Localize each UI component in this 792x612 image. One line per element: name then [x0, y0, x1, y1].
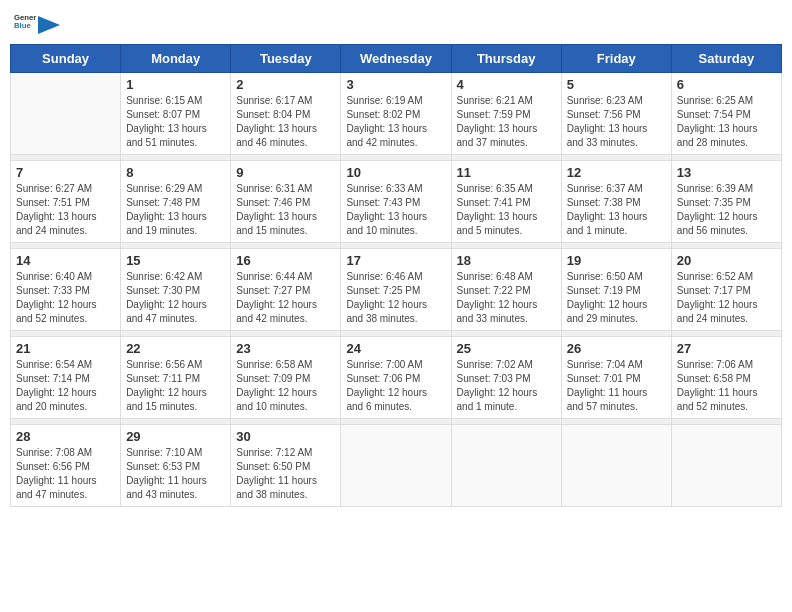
day-number: 13: [677, 165, 776, 180]
calendar-cell: 5Sunrise: 6:23 AMSunset: 7:56 PMDaylight…: [561, 73, 671, 155]
calendar-cell: 15Sunrise: 6:42 AMSunset: 7:30 PMDayligh…: [121, 249, 231, 331]
day-info: Sunrise: 7:06 AMSunset: 6:58 PMDaylight:…: [677, 358, 776, 414]
day-number: 26: [567, 341, 666, 356]
day-info: Sunrise: 6:23 AMSunset: 7:56 PMDaylight:…: [567, 94, 666, 150]
calendar-week-row: 21Sunrise: 6:54 AMSunset: 7:14 PMDayligh…: [11, 337, 782, 419]
day-info: Sunrise: 6:44 AMSunset: 7:27 PMDaylight:…: [236, 270, 335, 326]
day-info: Sunrise: 6:21 AMSunset: 7:59 PMDaylight:…: [457, 94, 556, 150]
day-number: 12: [567, 165, 666, 180]
day-number: 4: [457, 77, 556, 92]
header-wednesday: Wednesday: [341, 45, 451, 73]
calendar-cell: 1Sunrise: 6:15 AMSunset: 8:07 PMDaylight…: [121, 73, 231, 155]
day-number: 2: [236, 77, 335, 92]
day-number: 18: [457, 253, 556, 268]
calendar-cell: 4Sunrise: 6:21 AMSunset: 7:59 PMDaylight…: [451, 73, 561, 155]
day-info: Sunrise: 6:54 AMSunset: 7:14 PMDaylight:…: [16, 358, 115, 414]
day-info: Sunrise: 6:17 AMSunset: 8:04 PMDaylight:…: [236, 94, 335, 150]
day-info: Sunrise: 6:29 AMSunset: 7:48 PMDaylight:…: [126, 182, 225, 238]
calendar-header-row: SundayMondayTuesdayWednesdayThursdayFrid…: [11, 45, 782, 73]
calendar-cell: 2Sunrise: 6:17 AMSunset: 8:04 PMDaylight…: [231, 73, 341, 155]
calendar-cell: 25Sunrise: 7:02 AMSunset: 7:03 PMDayligh…: [451, 337, 561, 419]
calendar-cell: 28Sunrise: 7:08 AMSunset: 6:56 PMDayligh…: [11, 425, 121, 507]
calendar-cell: 14Sunrise: 6:40 AMSunset: 7:33 PMDayligh…: [11, 249, 121, 331]
day-number: 5: [567, 77, 666, 92]
day-info: Sunrise: 7:04 AMSunset: 7:01 PMDaylight:…: [567, 358, 666, 414]
calendar-cell: 8Sunrise: 6:29 AMSunset: 7:48 PMDaylight…: [121, 161, 231, 243]
day-number: 27: [677, 341, 776, 356]
calendar-cell: 24Sunrise: 7:00 AMSunset: 7:06 PMDayligh…: [341, 337, 451, 419]
day-info: Sunrise: 7:08 AMSunset: 6:56 PMDaylight:…: [16, 446, 115, 502]
day-number: 14: [16, 253, 115, 268]
calendar-cell: [341, 425, 451, 507]
day-number: 19: [567, 253, 666, 268]
calendar-week-row: 14Sunrise: 6:40 AMSunset: 7:33 PMDayligh…: [11, 249, 782, 331]
calendar-table: SundayMondayTuesdayWednesdayThursdayFrid…: [10, 44, 782, 507]
calendar-cell: 27Sunrise: 7:06 AMSunset: 6:58 PMDayligh…: [671, 337, 781, 419]
day-number: 10: [346, 165, 445, 180]
logo-icon: General Blue: [14, 10, 36, 32]
day-info: Sunrise: 6:42 AMSunset: 7:30 PMDaylight:…: [126, 270, 225, 326]
calendar-cell: 19Sunrise: 6:50 AMSunset: 7:19 PMDayligh…: [561, 249, 671, 331]
day-number: 8: [126, 165, 225, 180]
day-number: 29: [126, 429, 225, 444]
day-number: 11: [457, 165, 556, 180]
day-info: Sunrise: 6:37 AMSunset: 7:38 PMDaylight:…: [567, 182, 666, 238]
day-info: Sunrise: 7:00 AMSunset: 7:06 PMDaylight:…: [346, 358, 445, 414]
day-info: Sunrise: 6:15 AMSunset: 8:07 PMDaylight:…: [126, 94, 225, 150]
header-thursday: Thursday: [451, 45, 561, 73]
header-tuesday: Tuesday: [231, 45, 341, 73]
calendar-cell: 10Sunrise: 6:33 AMSunset: 7:43 PMDayligh…: [341, 161, 451, 243]
calendar-cell: 22Sunrise: 6:56 AMSunset: 7:11 PMDayligh…: [121, 337, 231, 419]
calendar-cell: 17Sunrise: 6:46 AMSunset: 7:25 PMDayligh…: [341, 249, 451, 331]
day-number: 23: [236, 341, 335, 356]
day-info: Sunrise: 6:40 AMSunset: 7:33 PMDaylight:…: [16, 270, 115, 326]
day-number: 22: [126, 341, 225, 356]
calendar-cell: 11Sunrise: 6:35 AMSunset: 7:41 PMDayligh…: [451, 161, 561, 243]
calendar-cell: [561, 425, 671, 507]
calendar-cell: 18Sunrise: 6:48 AMSunset: 7:22 PMDayligh…: [451, 249, 561, 331]
day-number: 1: [126, 77, 225, 92]
calendar-cell: [671, 425, 781, 507]
svg-text:Blue: Blue: [14, 21, 31, 30]
day-number: 24: [346, 341, 445, 356]
day-number: 28: [16, 429, 115, 444]
day-info: Sunrise: 7:12 AMSunset: 6:50 PMDaylight:…: [236, 446, 335, 502]
calendar-cell: 6Sunrise: 6:25 AMSunset: 7:54 PMDaylight…: [671, 73, 781, 155]
calendar-cell: 16Sunrise: 6:44 AMSunset: 7:27 PMDayligh…: [231, 249, 341, 331]
day-info: Sunrise: 7:02 AMSunset: 7:03 PMDaylight:…: [457, 358, 556, 414]
calendar-cell: 3Sunrise: 6:19 AMSunset: 8:02 PMDaylight…: [341, 73, 451, 155]
day-info: Sunrise: 7:10 AMSunset: 6:53 PMDaylight:…: [126, 446, 225, 502]
day-info: Sunrise: 6:50 AMSunset: 7:19 PMDaylight:…: [567, 270, 666, 326]
day-info: Sunrise: 6:25 AMSunset: 7:54 PMDaylight:…: [677, 94, 776, 150]
logo: General Blue: [14, 10, 60, 36]
calendar-cell: [451, 425, 561, 507]
calendar-cell: 20Sunrise: 6:52 AMSunset: 7:17 PMDayligh…: [671, 249, 781, 331]
day-info: Sunrise: 6:31 AMSunset: 7:46 PMDaylight:…: [236, 182, 335, 238]
calendar-cell: 9Sunrise: 6:31 AMSunset: 7:46 PMDaylight…: [231, 161, 341, 243]
day-info: Sunrise: 6:35 AMSunset: 7:41 PMDaylight:…: [457, 182, 556, 238]
calendar-cell: 12Sunrise: 6:37 AMSunset: 7:38 PMDayligh…: [561, 161, 671, 243]
header-monday: Monday: [121, 45, 231, 73]
day-info: Sunrise: 6:27 AMSunset: 7:51 PMDaylight:…: [16, 182, 115, 238]
calendar-cell: 30Sunrise: 7:12 AMSunset: 6:50 PMDayligh…: [231, 425, 341, 507]
calendar-cell: 29Sunrise: 7:10 AMSunset: 6:53 PMDayligh…: [121, 425, 231, 507]
calendar-cell: [11, 73, 121, 155]
calendar-cell: 21Sunrise: 6:54 AMSunset: 7:14 PMDayligh…: [11, 337, 121, 419]
day-number: 3: [346, 77, 445, 92]
day-info: Sunrise: 6:48 AMSunset: 7:22 PMDaylight:…: [457, 270, 556, 326]
day-info: Sunrise: 6:33 AMSunset: 7:43 PMDaylight:…: [346, 182, 445, 238]
svg-marker-3: [38, 16, 60, 34]
day-number: 6: [677, 77, 776, 92]
day-number: 15: [126, 253, 225, 268]
calendar-cell: 23Sunrise: 6:58 AMSunset: 7:09 PMDayligh…: [231, 337, 341, 419]
header-saturday: Saturday: [671, 45, 781, 73]
day-number: 20: [677, 253, 776, 268]
calendar-week-row: 7Sunrise: 6:27 AMSunset: 7:51 PMDaylight…: [11, 161, 782, 243]
day-info: Sunrise: 6:52 AMSunset: 7:17 PMDaylight:…: [677, 270, 776, 326]
day-number: 30: [236, 429, 335, 444]
day-number: 25: [457, 341, 556, 356]
logo-arrow-icon: [38, 16, 60, 34]
calendar-cell: 7Sunrise: 6:27 AMSunset: 7:51 PMDaylight…: [11, 161, 121, 243]
day-number: 17: [346, 253, 445, 268]
day-info: Sunrise: 6:39 AMSunset: 7:35 PMDaylight:…: [677, 182, 776, 238]
